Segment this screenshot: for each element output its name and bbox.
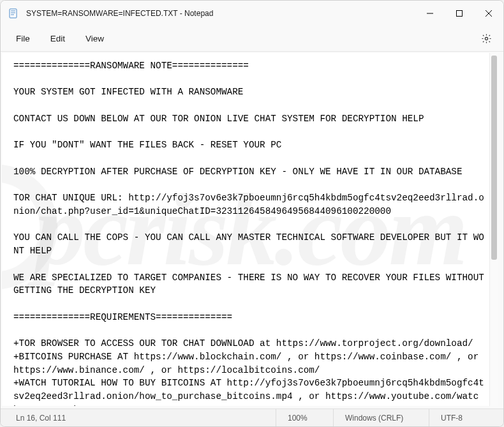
text-editor[interactable]: ==============RANSOMWARE NOTE===========…: [2, 53, 489, 406]
status-zoom[interactable]: 100%: [276, 409, 334, 426]
notepad-window: SYSTEM=RANSOMWARE=INFECTED.TXT - Notepad…: [0, 0, 504, 427]
statusbar: Ln 16, Col 111 100% Windows (CRLF) UTF-8: [1, 408, 503, 426]
menubar: File Edit View: [1, 26, 503, 52]
settings-button[interactable]: [475, 29, 498, 48]
window-title: SYSTEM=RANSOMWARE=INFECTED.TXT - Notepad: [26, 9, 415, 18]
scroll-thumb[interactable]: [491, 56, 497, 260]
menu-view[interactable]: View: [75, 30, 114, 47]
editor-area: pcrisk.com ==============RANSOMWARE NOTE…: [2, 53, 498, 406]
minimize-button[interactable]: [415, 1, 445, 26]
maximize-button[interactable]: [445, 1, 474, 26]
vertical-scrollbar[interactable]: [489, 53, 498, 406]
titlebar[interactable]: SYSTEM=RANSOMWARE=INFECTED.TXT - Notepad: [1, 1, 503, 26]
window-controls: [415, 1, 503, 26]
svg-rect-5: [457, 10, 463, 16]
svg-point-8: [485, 37, 487, 40]
notepad-app-icon: [8, 8, 19, 19]
svg-rect-0: [10, 9, 17, 18]
status-line-ending: Windows (CRLF): [334, 409, 429, 426]
close-button[interactable]: [474, 1, 503, 26]
menu-edit[interactable]: Edit: [40, 30, 75, 47]
menu-file[interactable]: File: [6, 30, 40, 47]
status-encoding: UTF-8: [429, 409, 500, 426]
status-cursor-position: Ln 16, Col 111: [4, 409, 276, 426]
